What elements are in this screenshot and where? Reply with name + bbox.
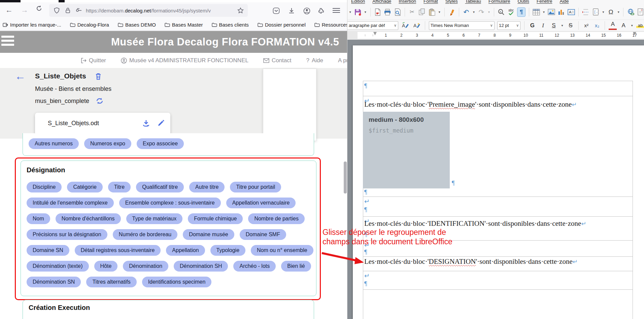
underline-button[interactable]: S (550, 22, 558, 29)
highlight-dropdown-icon[interactable]: ▾ (630, 24, 634, 27)
highlight-color-button[interactable]: A (619, 22, 628, 29)
bookmark-folder[interactable]: Bases clients (212, 22, 249, 28)
field-chip[interactable]: Qualificatif titre (136, 182, 184, 192)
lo-menu-item[interactable]: Aide (557, 0, 572, 4)
find-replace-icon[interactable]: a (498, 8, 505, 16)
downloads-icon[interactable] (287, 7, 296, 15)
field-chip[interactable]: Numéro de bordereau (113, 229, 178, 240)
forward-icon[interactable]: → (21, 5, 28, 15)
font-size-combo[interactable]: 12 pt∨ (497, 21, 521, 30)
field-chip[interactable]: Identifications specimen (142, 277, 212, 287)
paragraph-style-combo[interactable]: aragraphe par déf∨ (347, 21, 398, 30)
bookmark-import[interactable]: Importer les marque-... (3, 22, 61, 28)
back-button[interactable]: ← (15, 70, 26, 82)
edit-icon[interactable] (157, 119, 165, 127)
field-chip[interactable]: Domaine musée (183, 229, 234, 240)
field-dropdown-icon[interactable]: ▾ (602, 10, 605, 14)
field-chip[interactable]: Typologie (210, 245, 246, 256)
menu-icon[interactable] (333, 7, 340, 14)
back-icon[interactable]: ← (5, 5, 13, 15)
undo-dropdown-icon[interactable]: ▾ (472, 10, 475, 14)
drag-keyword-box[interactable]: medium - 800x600 $first_medium (363, 112, 450, 188)
menu-aide[interactable]: ? Aide (306, 57, 324, 64)
highlighting-pen-icon[interactable]: ab (636, 23, 644, 28)
underline-dropdown-icon[interactable]: ▾ (561, 24, 564, 27)
insert-textbox-icon[interactable]: A (568, 8, 575, 16)
field-chip[interactable]: Nom ou n° ensemble (251, 245, 313, 256)
lo-menu-item[interactable]: Outils (514, 0, 532, 4)
bookmark-star-icon[interactable] (236, 6, 244, 14)
table-dropdown-icon[interactable]: ▾ (542, 10, 545, 14)
shield-icon[interactable] (53, 6, 61, 14)
print-preview-icon[interactable] (394, 8, 401, 16)
reload-icon[interactable] (36, 5, 42, 12)
url-text[interactable]: https://demobam.decalog.net/formationv45… (86, 8, 211, 13)
pocket-icon[interactable] (272, 7, 280, 15)
lo-menu-item[interactable]: Édition (348, 0, 368, 4)
account-icon[interactable] (303, 7, 311, 15)
new-doc-dropdown-icon[interactable]: ▾ (349, 10, 352, 14)
menu-contact[interactable]: Contact (263, 57, 292, 64)
redo-icon[interactable]: ↷ (478, 8, 485, 16)
save-icon[interactable] (354, 8, 362, 16)
field-chip[interactable]: Dénomination (texte) (27, 261, 89, 272)
lo-menu-item[interactable]: Tableau (462, 0, 484, 4)
special-char-dropdown-icon[interactable]: ▾ (617, 10, 620, 14)
field-chip[interactable]: Formule chimique (188, 213, 243, 224)
formatting-marks-icon[interactable]: ¶ (517, 7, 525, 17)
insert-image-icon[interactable] (548, 8, 555, 16)
page-break-icon[interactable] (582, 8, 589, 16)
field-chip[interactable]: Hôte (94, 261, 118, 272)
menu-user[interactable]: Musée v4 ADMINISTRATEUR FONCTIONNEL (121, 57, 248, 64)
paste-icon[interactable] (428, 8, 436, 16)
bookmark-folder[interactable]: Dossier personnel (258, 22, 306, 28)
download-icon[interactable] (142, 119, 150, 127)
field-chip[interactable]: Dénomination SH (174, 261, 228, 272)
field-chip[interactable]: Titre (108, 182, 131, 192)
field-chip[interactable]: Nom (27, 213, 50, 224)
bookmark-folder[interactable]: Bases Master (165, 22, 203, 28)
print-icon[interactable] (384, 8, 391, 16)
field-chip[interactable]: Numeros expo (84, 138, 131, 149)
superscript-button[interactable]: x² (582, 23, 590, 28)
field-chip[interactable]: Nombre d'échantillons (56, 213, 121, 224)
field-chip[interactable]: Dénomination SN (27, 277, 81, 287)
cut-icon[interactable]: ✂ (408, 8, 416, 16)
lo-menu-item[interactable]: Format (420, 0, 441, 4)
lo-menu-item[interactable]: Fenêtre (534, 0, 555, 4)
url-bar[interactable]: https://demobam.decalog.net/formationv45… (49, 4, 248, 17)
lo-menu-item[interactable]: Styles (442, 0, 461, 4)
font-color-button[interactable]: A (609, 21, 617, 30)
field-chip[interactable]: Appellation (166, 245, 205, 256)
field-chip[interactable]: Archéo - lots (233, 261, 276, 272)
menu-quitter[interactable]: Quitter (81, 57, 106, 64)
new-style-icon[interactable]: A (412, 21, 421, 30)
field-chip[interactable]: Titres alternatifs (86, 277, 136, 287)
field-chip[interactable]: Domaine SMF (240, 229, 286, 240)
insert-field-icon[interactable]: [-] (592, 8, 599, 16)
field-chip[interactable]: Autre titre (189, 182, 225, 192)
insert-table-icon[interactable] (533, 8, 540, 16)
strikethrough-button[interactable]: S (567, 22, 575, 29)
field-chip[interactable]: Nombre de parties (248, 213, 305, 224)
undo-icon[interactable]: ↶ (463, 8, 470, 16)
hyperlink-icon[interactable] (627, 8, 634, 16)
save-dropdown-icon[interactable]: ▾ (364, 10, 367, 14)
lock-icon[interactable] (64, 6, 72, 14)
field-chip[interactable]: Discipline (27, 182, 62, 192)
browser-scrollbar[interactable] (344, 162, 347, 193)
font-name-combo[interactable]: Times New Roman∨ (429, 21, 495, 30)
insert-chart-icon[interactable] (557, 8, 565, 16)
special-character-icon[interactable]: Ω (607, 8, 614, 16)
export-pdf-icon[interactable] (374, 8, 381, 16)
lo-menu-item[interactable]: Insertion (396, 0, 419, 4)
field-chip[interactable]: Appellation vernaculaire (226, 198, 296, 208)
bookmark-folder[interactable]: Ressources (314, 22, 348, 28)
italic-button[interactable]: I (539, 22, 547, 29)
field-chip[interactable]: Type de matériaux (126, 213, 183, 224)
field-chip[interactable]: Détail registres sous-inventaire (75, 245, 161, 256)
delete-icon[interactable] (95, 73, 102, 80)
field-chip[interactable]: Catégorie (67, 182, 102, 192)
copy-icon[interactable] (418, 8, 426, 16)
field-chip[interactable]: Bien lié (281, 261, 311, 272)
